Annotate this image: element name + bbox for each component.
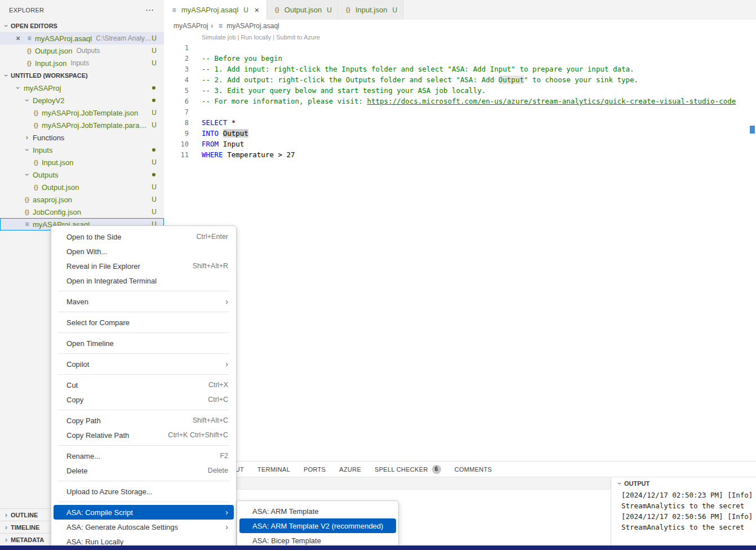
code-line[interactable]: 1 [164,42,756,53]
editor-tab-output-json[interactable]: {}Output.jsonU [267,0,338,20]
tree-item-deployv2[interactable]: ›DeployV2 [0,94,164,107]
code-line[interactable]: 7 [164,107,756,117]
breadcrumb-label: myASAProj.asaql [226,22,279,30]
menu-item-open-timeline[interactable]: Open Timeline [54,336,234,351]
close-icon[interactable]: × [253,6,261,15]
menu-item-label: Delete [66,467,88,475]
chevron-down-icon: › [2,21,11,30]
tree-item-input-json[interactable]: {}Input.jsonU [0,156,164,168]
code-line[interactable]: 2-- Before you begin [164,53,756,64]
panel-tab-ports[interactable]: PORTS [304,462,326,477]
modified-badge: U [152,208,157,216]
tree-item-functions[interactable]: ›Functions [0,131,164,144]
output-view-header[interactable]: › OUTPUT [611,477,756,490]
tree-item-asaproj-json[interactable]: {}asaproj.jsonU [0,193,164,206]
tree-item-label: Functions [33,134,64,142]
open-editor-output-json[interactable]: ×{}Output.jsonOutputsU [0,45,164,57]
menu-item-cut[interactable]: CutCtrl+X [54,378,234,392]
tree-item-output-json[interactable]: {}Output.jsonU [0,181,164,193]
modified-badge: U [152,34,157,42]
code-token: -- 1. Add input: right-click the Inputs … [202,65,634,73]
chevron-right-icon: › [2,535,11,544]
menu-item-label: Copy [66,396,83,404]
chevron-down-icon: › [2,71,11,80]
code-editor: 12-- Before you begin3-- 1. Add input: r… [164,42,756,160]
tree-item-myasaproj[interactable]: ›myASAProj [0,82,164,94]
menu-item-copy-path[interactable]: Copy PathShift+Alt+C [54,413,234,428]
menu-item-maven[interactable]: Maven› [54,294,234,309]
line-number: 6 [164,97,189,105]
menu-item-asa-compile-script[interactable]: ASA: Compile Script› [54,505,234,520]
editor-tab-input-json[interactable]: {}Input.jsonU [338,0,403,20]
submenu-item-asa-arm-template[interactable]: ASA: ARM Template [239,504,396,518]
code-line[interactable]: 10FROM Input [164,139,756,149]
code-line[interactable]: 3-- 1. Add input: right-click the Inputs… [164,64,756,74]
line-number: 2 [164,55,189,63]
open-editors-header[interactable]: › OPEN EDITORS [0,20,164,32]
menu-item-delete[interactable]: DeleteDelete [54,463,234,478]
tree-item-label: Outputs [33,171,59,179]
tree-item-outputs[interactable]: ›Outputs [0,168,164,181]
code-line[interactable]: 5-- 3. Edit your query below and start t… [164,85,756,96]
code-line[interactable]: 11WHERE Temperature > 27 [164,149,756,160]
modified-badge: U [152,158,157,166]
section-label: OPEN EDITORS [11,23,57,29]
menu-item-open-in-integrated-terminal[interactable]: Open in Integrated Terminal [54,273,234,288]
breadcrumb-item-myasaproj[interactable]: myASAProj [174,22,208,30]
menu-item-open-to-the-side[interactable]: Open to the SideCtrl+Enter [54,229,234,244]
code-line[interactable]: 9INTO Output [164,128,756,139]
section-label: METADATA [11,536,44,543]
tree-item-inputs[interactable]: ›Inputs [0,144,164,156]
menu-item-label: Upload to Azure Storage... [66,487,152,496]
menu-separator [58,291,229,291]
code-line[interactable]: 4-- 2. Add output: right-click the Outpu… [164,74,756,85]
context-menu: Open to the SideCtrl+EnterOpen With...Re… [51,225,237,550]
menu-item-asa-generate-autoscale-settings[interactable]: ASA: Generate Autoscale Settings› [54,520,234,534]
panel-tab-azure[interactable]: AZURE [339,462,361,477]
panel-tab-terminal[interactable]: TERMINAL [257,462,290,477]
untracked-children-dot [152,148,155,152]
workspace-header[interactable]: › UNTITLED (WORKSPACE) [0,69,164,82]
modified-badge: U [152,47,157,55]
menu-item-rename[interactable]: Rename...F2 [54,449,234,463]
menu-item-select-for-compare[interactable]: Select for Compare [54,315,234,330]
code-line[interactable]: 8SELECT * [164,117,756,128]
breadcrumb-separator-icon: › [211,22,213,30]
tree-item-jobconfig-json[interactable]: {}JobConfig.jsonU [0,206,164,218]
submenu-item-asa-arm-template-v2-recommended[interactable]: ASA: ARM Template V2 (recommended) [239,518,396,533]
tree-item-myasaproj-jobtemplate-parameter[interactable]: {}myASAProj.JobTemplate.parameter...U [0,119,164,131]
menu-separator [58,353,229,354]
code-token [219,129,223,138]
close-icon[interactable]: × [16,34,25,43]
breadcrumb-item-myasaproj-asaql[interactable]: ≡myASAProj.asaql [216,22,279,30]
menu-item-label: Reveal in File Explorer [66,262,140,270]
code-token: Output [223,129,248,138]
open-editor-myasaproj-asaql[interactable]: ×≡myASAProj.asaqlC:\Stream Analyt...U [0,32,164,45]
code-link[interactable]: https://docs.microsoft.com/en-us/azure/s… [367,97,736,105]
modified-badge: U [152,109,157,117]
menu-item-upload-to-azure-storage[interactable]: Upload to Azure Storage... [54,484,234,499]
tree-item-myasaproj-jobtemplate-json[interactable]: {}myASAProj.JobTemplate.jsonU [0,107,164,119]
more-actions-icon[interactable]: ⋯ [145,5,154,15]
menu-item-shortcut: Delete [197,467,228,474]
code-line[interactable]: 6-- For more information, please visit: … [164,96,756,107]
panel-tab-comments[interactable]: COMMENTS [455,462,492,477]
file-detail: C:\Stream Analyt... [96,34,152,42]
editor-tab-bar: ≡myASAProj.asaqlU×{}Output.jsonU{}Input.… [164,0,756,20]
open-editor-input-json[interactable]: ×{}Input.jsonInputsU [0,57,164,69]
codelens-actions[interactable]: Simulate job | Run locally | Submit to A… [164,32,756,42]
menu-separator [58,312,229,312]
editor-tab-myasaproj-asaql[interactable]: ≡myASAProj.asaqlU× [164,0,267,20]
menu-item-label: ASA: Bicep Template [252,536,321,545]
code-text: -- 3. Edit your query below and start te… [202,86,486,95]
menu-item-copy[interactable]: CopyCtrl+C [54,392,234,407]
menu-item-copilot[interactable]: Copilot› [54,357,234,371]
explorer-titlebar: EXPLORER ⋯ [0,0,164,20]
panel-tab-spell-checker[interactable]: SPELL CHECKER6 [375,462,441,477]
menu-item-reveal-in-file-explorer[interactable]: Reveal in File ExplorerShift+Alt+R [54,259,234,273]
menu-item-open-with[interactable]: Open With... [54,244,234,259]
code-token: -- For more information, please visit: [202,97,367,105]
tree-item-label: DeployV2 [33,96,64,105]
line-number: 11 [164,151,189,159]
menu-item-copy-relative-path[interactable]: Copy Relative PathCtrl+K Ctrl+Shift+C [54,428,234,442]
